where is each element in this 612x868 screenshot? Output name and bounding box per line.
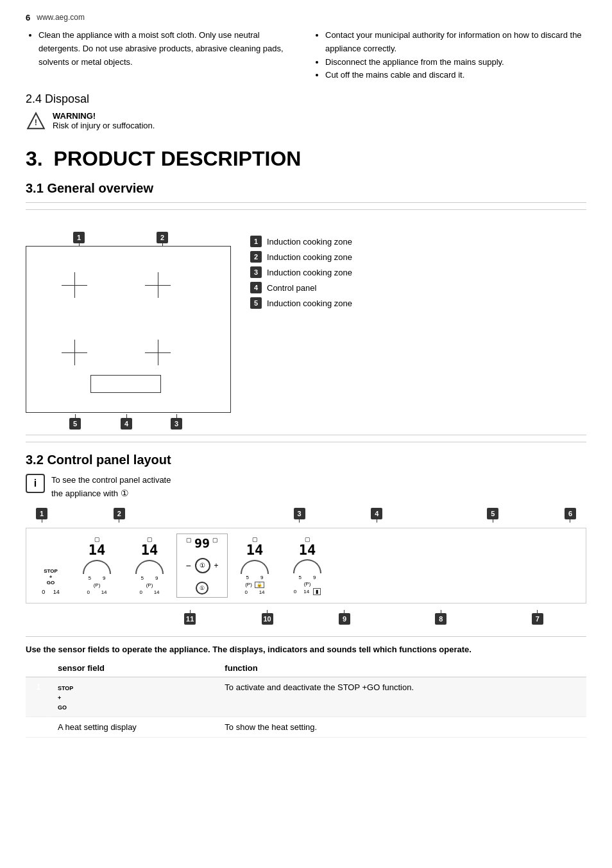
- panel-diagram-outer: 1 2 3 4 5 6 STOP+GO 0 14: [26, 508, 586, 626]
- legend-item-3: 3 Induction cooking zone: [250, 266, 352, 278]
- zone6-dial: [293, 559, 321, 573]
- table-header-row: sensor field function: [26, 659, 586, 677]
- bullet-item-3: Cut off the mains cable and discard it.: [325, 69, 586, 82]
- cooktop-diagram: [26, 246, 231, 413]
- row-1-num: 1: [26, 677, 51, 716]
- cooktop-wrapper: 1 2 5: [26, 232, 231, 428]
- col-num-header: [26, 659, 51, 677]
- bullet-item: Clean the appliance with a moist soft cl…: [38, 29, 300, 69]
- badge-2: 2: [157, 232, 168, 243]
- zone-5-cross: [62, 340, 87, 365]
- panel-badge-bottom-9: 9: [339, 613, 350, 625]
- control-panel-rect: [90, 375, 161, 393]
- power-button-2[interactable]: ①: [196, 582, 208, 595]
- legend-badge-1: 1: [250, 236, 262, 247]
- legend-badge-3: 3: [250, 266, 262, 278]
- label-5-bottom: 5: [69, 414, 81, 430]
- panel-zone-3: ▢ 14 59 (P) 0 14: [124, 534, 175, 598]
- center-display: 99: [194, 537, 210, 550]
- divider-top: [26, 202, 586, 203]
- col-function-header: function: [218, 659, 586, 677]
- legend-badge-4: 4: [250, 282, 262, 293]
- panel-label-bottom-10: 10: [262, 610, 273, 625]
- panel-label-top-3: 3: [294, 508, 305, 523]
- row-1-sensor: STOP+GO: [51, 677, 218, 716]
- page-header: 6 www.aeg.com: [26, 13, 586, 22]
- power-button[interactable]: ①: [195, 558, 210, 573]
- row-2-num: 2: [26, 716, 51, 737]
- legend-label-3: Induction cooking zone: [267, 268, 352, 277]
- panel-label-top-6: 6: [565, 508, 576, 523]
- center-bottom: ①: [196, 582, 208, 595]
- info-line1: To see the control panel activate: [51, 475, 171, 485]
- label-2-top: 2: [157, 232, 168, 247]
- label-3-bottom: 3: [171, 414, 182, 430]
- panel-label-top-5: 5: [487, 508, 498, 523]
- row-2-sensor-label: A heat setting display: [58, 722, 137, 732]
- legend-item-1: 1 Induction cooking zone: [250, 236, 352, 247]
- warning-text-block: WARNING! Risk of injury or suffocation.: [53, 111, 155, 130]
- zone2-marks: 59: [89, 575, 106, 581]
- panel-badge-top-6: 6: [565, 508, 576, 519]
- panel-badge-top-5: 5: [487, 508, 498, 519]
- sub-3-2-title: Control panel layout: [47, 453, 171, 467]
- col-sensor-header: sensor field: [51, 659, 218, 677]
- panel-label-bottom-8: 8: [435, 610, 446, 625]
- disposal-title: Disposal: [45, 92, 89, 105]
- panel-label-bottom-7: 7: [532, 610, 543, 625]
- panel-label-top-1: 1: [36, 508, 47, 523]
- intro-section: Clean the appliance with a moist soft cl…: [26, 29, 586, 82]
- section-3-title: PRODUCT DESCRIPTION: [54, 147, 302, 170]
- legend-badge-2: 2: [250, 251, 262, 263]
- zone3-dial: [135, 560, 164, 574]
- row-1-function-text: To activate and deactivate the STOP +GO …: [225, 682, 414, 692]
- panel-body: STOP+GO 0 14 ▢ 14 59 (P) 0 14 ▢ 14 59 (P…: [31, 534, 581, 598]
- zone2-lp: (P): [94, 582, 101, 588]
- zone2-display: 14: [89, 543, 106, 557]
- panel-badge-top-1: 1: [36, 508, 47, 519]
- zone3-lp: (P): [146, 582, 153, 588]
- zone2-dial: [83, 560, 111, 574]
- zone6-lp: (P): [304, 581, 311, 587]
- legend-list: 1 Induction cooking zone 2 Induction coo…: [250, 236, 352, 313]
- zone-3-cross: [145, 340, 171, 365]
- zone5-dial: [241, 560, 269, 574]
- section-3-num: 3.: [26, 147, 43, 170]
- info-text: To see the control panel activate the ap…: [51, 474, 171, 500]
- sub-3-1-heading: 3.1 General overview: [26, 181, 586, 196]
- zone2-top-indicator: ▢: [94, 536, 100, 542]
- sensor-note: Use the sensor fields to operate the app…: [26, 636, 586, 654]
- plus-symbol: +: [214, 561, 219, 570]
- info-line2: the appliance with: [51, 489, 118, 498]
- panel-zone-6: ▢ 14 59 (P) 0 14 ▮: [282, 534, 333, 598]
- panel-badge-bottom-11: 11: [184, 613, 196, 625]
- left-col: Clean the appliance with a moist soft cl…: [26, 29, 300, 82]
- row-2-function-text: To show the heat setting.: [225, 722, 317, 732]
- center-controls: − ① +: [185, 558, 218, 573]
- sub-3-2-heading: 3.2 Control panel layout: [26, 453, 586, 467]
- zone3-top-indicator: ▢: [147, 536, 153, 542]
- legend-label-4: Control panel: [267, 283, 316, 293]
- panel-badge-top-2: 2: [114, 508, 125, 519]
- zone5-marks: 59: [246, 575, 264, 580]
- legend-item-2: 2 Induction cooking zone: [250, 251, 352, 263]
- panel-badge-bottom-8: 8: [435, 613, 446, 625]
- legend-label-1: Induction cooking zone: [267, 237, 352, 247]
- disposal-num: 2.4: [26, 92, 42, 105]
- info-icon: i: [26, 474, 45, 493]
- panel-zone-2: ▢ 14 59 (P) 0 14: [71, 534, 123, 598]
- zone6-display: 14: [299, 543, 316, 557]
- badge-5: 5: [69, 418, 81, 430]
- panel-label-bottom-9: 9: [339, 610, 350, 625]
- zone6-bottom: 0 14 ▮: [294, 588, 321, 595]
- zone6-marks: 59: [299, 575, 316, 580]
- center-top-indicators: ▢ 99 ▢: [186, 537, 218, 550]
- panel-center-zone: ▢ 99 ▢ − ① + ①: [176, 534, 228, 598]
- panel-zone-5: ▢ 14 59 (P) 🔒 0 14: [229, 534, 280, 598]
- disposal-heading: 2.4 Disposal: [26, 92, 586, 106]
- zone5-lp-lock: (P) 🔒: [245, 582, 264, 588]
- zone2-range: 0 14: [87, 589, 106, 595]
- warning-title: WARNING!: [53, 111, 155, 121]
- label-1-top: 1: [73, 232, 85, 247]
- legend-item-5: 5 Induction cooking zone: [250, 297, 352, 309]
